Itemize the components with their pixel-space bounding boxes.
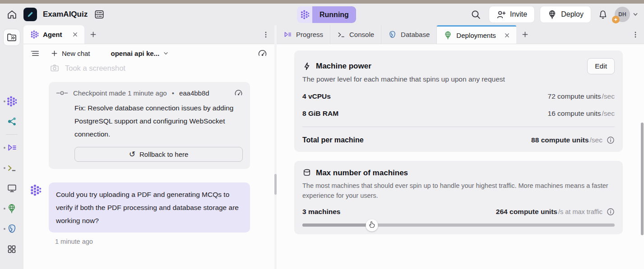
- sidebar-item-all-tools[interactable]: [0, 239, 23, 259]
- sidebar-item-webview[interactable]: [0, 178, 23, 198]
- sidebar-item-deployments[interactable]: [0, 198, 23, 219]
- home-button[interactable]: [6, 9, 18, 20]
- close-icon[interactable]: [73, 32, 78, 37]
- panel-menu-button[interactable]: [257, 25, 274, 44]
- rollback-button[interactable]: ↺ Rollback to here: [74, 147, 243, 162]
- user-message-bubble: Could you try uploading a PDF and genera…: [49, 182, 250, 233]
- app-title: ExamAIQuiz: [43, 10, 88, 19]
- ram-value: 16 compute units: [548, 109, 601, 118]
- files-panel-button[interactable]: [3, 29, 20, 46]
- agent-tab-row: Agent: [23, 25, 274, 44]
- deploy-label: Deploy: [561, 10, 584, 18]
- ram-label: 8 GiB RAM: [302, 109, 338, 118]
- checkpoint-message: Fix: Resolve database connection issues …: [74, 101, 247, 141]
- progress-icon: [283, 30, 292, 39]
- app-status-badge[interactable]: Running: [297, 6, 356, 23]
- tab-progress-label: Progress: [296, 31, 323, 38]
- chat-list-icon: [31, 49, 40, 58]
- app-history-button[interactable]: [93, 9, 105, 20]
- new-chat-button[interactable]: New chat: [51, 50, 90, 57]
- chat-body: Took a screenshot Checkpoint made 1 minu…: [23, 62, 274, 245]
- agent-logo-icon: [297, 6, 312, 23]
- open-indicator-dot: [4, 167, 5, 169]
- plus-icon: [90, 31, 97, 38]
- machines-slider-thumb[interactable]: [366, 219, 378, 231]
- tab-agent-label: Agent: [43, 31, 62, 38]
- search-button[interactable]: [471, 9, 481, 20]
- chat-selector-label: openai api ke...: [111, 50, 160, 57]
- total-value: 88 compute units: [531, 136, 588, 144]
- postgresql-icon: [388, 30, 397, 39]
- gauge-icon[interactable]: [234, 89, 243, 97]
- total-unit: /sec: [590, 136, 602, 144]
- info-icon[interactable]: [607, 136, 615, 144]
- tab-console-label: Console: [349, 31, 374, 38]
- open-indicator-dot: [4, 147, 5, 149]
- deploy-button[interactable]: Deploy: [540, 6, 591, 23]
- checkpoint-header: Checkpoint made 1 minute ago: [73, 89, 167, 97]
- tab-agent[interactable]: Agent: [23, 25, 84, 44]
- checkpoint-hash: eaa4bb8d: [179, 89, 209, 97]
- camera-icon: [50, 63, 60, 73]
- notifications-button[interactable]: [598, 9, 608, 20]
- max-traffic-unit: /s at max traffic: [558, 208, 602, 215]
- right-tab-row: Progress Console Database Deployments: [277, 25, 644, 44]
- invite-button[interactable]: Invite: [489, 6, 535, 23]
- home-icon: [6, 9, 18, 20]
- agent-avatar-icon: [30, 184, 42, 196]
- ram-unit: /sec: [602, 109, 615, 118]
- screenshot-event-label: Took a screenshot: [65, 64, 125, 73]
- plus-icon: [51, 50, 58, 57]
- agent-panel: Agent New chat o: [23, 25, 274, 269]
- chat-selector[interactable]: openai api ke...: [111, 50, 169, 57]
- machines-slider[interactable]: [302, 223, 615, 227]
- edit-button[interactable]: Edit: [587, 58, 615, 74]
- panel-menu-button[interactable]: [627, 25, 644, 44]
- agent-icon: [30, 30, 39, 39]
- grid-icon: [7, 244, 17, 254]
- rollback-icon: ↺: [129, 150, 135, 158]
- deployments-content: Machine power Edit The power level for e…: [277, 44, 644, 269]
- machines-count-label: 3 machines: [302, 208, 340, 216]
- shell-icon: [337, 31, 345, 39]
- cpu-unit: /sec: [602, 92, 615, 100]
- lightning-icon: [302, 62, 311, 71]
- kebab-icon: [632, 31, 639, 38]
- max-traffic-value: 264 compute units: [496, 208, 557, 216]
- vertical-scrollbar[interactable]: [641, 123, 644, 235]
- sidebar-item-shell[interactable]: [0, 158, 23, 178]
- sidebar-item-database[interactable]: [0, 219, 23, 239]
- files-icon: [6, 32, 17, 43]
- postgresql-icon: [7, 223, 17, 234]
- chevron-down-icon: [163, 50, 169, 56]
- tab-console[interactable]: Console: [330, 25, 381, 44]
- avatar: DH ✦: [615, 7, 630, 22]
- message-timestamp: 1 minute ago: [55, 238, 267, 245]
- max-machines-description: The most machines that should ever spin …: [302, 181, 613, 201]
- topbar: ExamAIQuiz Running Invite: [0, 4, 644, 25]
- chat-header: New chat openai api ke...: [23, 44, 274, 62]
- tab-deployments[interactable]: Deployments: [437, 25, 516, 44]
- machine-power-description: The power level for each machine that sp…: [302, 75, 615, 83]
- assistant-branch-icon: [7, 116, 17, 127]
- rollback-label: Rollback to here: [139, 150, 188, 158]
- new-tab-button[interactable]: [84, 25, 102, 44]
- account-menu[interactable]: DH ✦: [615, 7, 639, 22]
- close-icon[interactable]: [505, 33, 510, 38]
- tab-database[interactable]: Database: [381, 25, 437, 44]
- journal-icon: [93, 9, 105, 20]
- chat-history-button[interactable]: [31, 49, 40, 58]
- invite-label: Invite: [510, 10, 527, 18]
- usage-gauge-button[interactable]: [258, 49, 267, 58]
- deploy-icon: [547, 10, 557, 19]
- info-icon[interactable]: [607, 208, 615, 216]
- sidebar-item-progress[interactable]: [0, 137, 23, 158]
- open-indicator-dot: [4, 228, 5, 230]
- new-tab-button[interactable]: [516, 25, 534, 44]
- tab-progress[interactable]: Progress: [277, 25, 330, 44]
- sidebar-item-agent[interactable]: [0, 91, 23, 111]
- invite-person-icon: [496, 10, 506, 19]
- sidebar-item-assistant[interactable]: [0, 111, 23, 132]
- monitor-icon: [7, 183, 17, 193]
- spec-row-cpu: 4 vCPUs 72 compute units /sec: [302, 92, 615, 100]
